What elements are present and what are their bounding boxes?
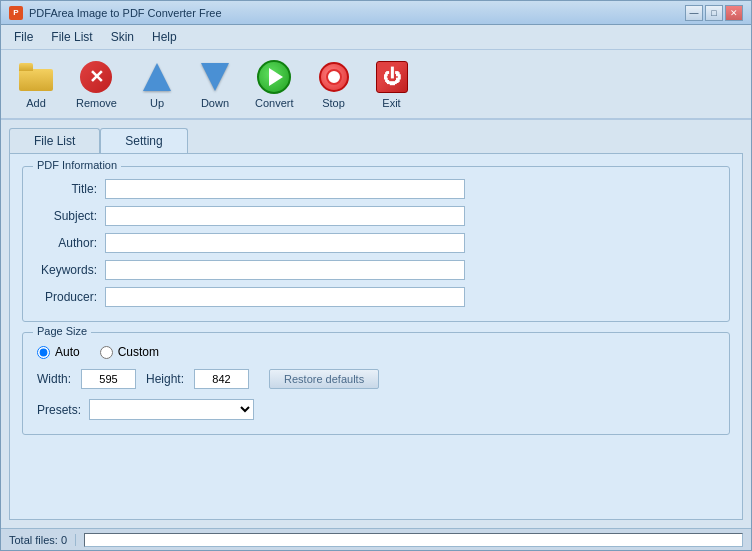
convert-button[interactable]: Convert — [246, 54, 303, 114]
down-arrow-icon — [201, 63, 229, 91]
main-area: File List Setting PDF Information Title:… — [1, 120, 751, 528]
stop-icon-area — [316, 59, 352, 95]
add-icon — [18, 59, 54, 95]
tabs: File List Setting — [9, 128, 743, 153]
producer-row: Producer: — [37, 287, 715, 307]
keywords-input[interactable] — [105, 260, 465, 280]
keywords-row: Keywords: — [37, 260, 715, 280]
menu-file-list[interactable]: File List — [42, 27, 101, 47]
up-icon-area — [139, 59, 175, 95]
menu-file[interactable]: File — [5, 27, 42, 47]
custom-radio[interactable] — [100, 346, 113, 359]
down-label: Down — [201, 97, 229, 109]
producer-label: Producer: — [37, 290, 105, 304]
width-label: Width: — [37, 372, 71, 386]
producer-input[interactable] — [105, 287, 465, 307]
stop-button[interactable]: Stop — [307, 54, 361, 114]
stop-label: Stop — [322, 97, 345, 109]
keywords-label: Keywords: — [37, 263, 105, 277]
auto-label: Auto — [55, 345, 80, 359]
custom-radio-option[interactable]: Custom — [100, 345, 159, 359]
author-row: Author: — [37, 233, 715, 253]
maximize-button[interactable]: □ — [705, 5, 723, 21]
tab-content-setting: PDF Information Title: Subject: Author: — [9, 153, 743, 520]
custom-label: Custom — [118, 345, 159, 359]
auto-radio-option[interactable]: Auto — [37, 345, 80, 359]
restore-defaults-button[interactable]: Restore defaults — [269, 369, 379, 389]
remove-label: Remove — [76, 97, 117, 109]
pdf-info-title: PDF Information — [33, 159, 121, 171]
height-input[interactable] — [194, 369, 249, 389]
subject-label: Subject: — [37, 209, 105, 223]
status-bar: Total files: 0 — [1, 528, 751, 550]
subject-input[interactable] — [105, 206, 465, 226]
title-label: Title: — [37, 182, 105, 196]
add-label: Add — [26, 97, 46, 109]
remove-button[interactable]: ✕ Remove — [67, 54, 126, 114]
power-icon: ⏻ — [376, 61, 408, 93]
convert-icon-area — [256, 59, 292, 95]
play-icon — [257, 60, 291, 94]
tab-setting[interactable]: Setting — [100, 128, 187, 153]
close-button[interactable]: ✕ — [725, 5, 743, 21]
exit-icon-area: ⏻ — [374, 59, 410, 95]
menu-help[interactable]: Help — [143, 27, 186, 47]
convert-label: Convert — [255, 97, 294, 109]
auto-radio[interactable] — [37, 346, 50, 359]
exit-button[interactable]: ⏻ Exit — [365, 54, 419, 114]
stop-icon — [319, 62, 349, 92]
up-arrow-icon — [143, 63, 171, 91]
presets-select[interactable] — [89, 399, 254, 420]
remove-icon-area: ✕ — [78, 59, 114, 95]
width-input[interactable] — [81, 369, 136, 389]
toolbar: Add ✕ Remove Up Down Convert — [1, 50, 751, 120]
presets-row: Presets: — [37, 399, 715, 420]
minimize-button[interactable]: — — [685, 5, 703, 21]
title-bar-left: P PDFArea Image to PDF Converter Free — [9, 6, 222, 20]
height-label: Height: — [146, 372, 184, 386]
exit-label: Exit — [382, 97, 400, 109]
tab-file-list[interactable]: File List — [9, 128, 100, 153]
title-row: Title: — [37, 179, 715, 199]
pdf-info-group: PDF Information Title: Subject: Author: — [22, 166, 730, 322]
title-bar: P PDFArea Image to PDF Converter Free — … — [1, 1, 751, 25]
down-icon-area — [197, 59, 233, 95]
up-label: Up — [150, 97, 164, 109]
setting-panel: PDF Information Title: Subject: Author: — [22, 166, 730, 435]
up-button[interactable]: Up — [130, 54, 184, 114]
app-icon: P — [9, 6, 23, 20]
x-icon: ✕ — [80, 61, 112, 93]
author-input[interactable] — [105, 233, 465, 253]
menu-skin[interactable]: Skin — [102, 27, 143, 47]
title-controls: — □ ✕ — [685, 5, 743, 21]
page-size-title: Page Size — [33, 325, 91, 337]
page-size-content: Auto Custom Width: Height: — [37, 345, 715, 420]
total-files-status: Total files: 0 — [9, 534, 76, 546]
menu-bar: File File List Skin Help — [1, 25, 751, 50]
page-size-group: Page Size Auto Custom — [22, 332, 730, 435]
author-label: Author: — [37, 236, 105, 250]
add-button[interactable]: Add — [9, 54, 63, 114]
folder-icon — [19, 63, 53, 91]
down-button[interactable]: Down — [188, 54, 242, 114]
main-window: P PDFArea Image to PDF Converter Free — … — [0, 0, 752, 551]
radio-row: Auto Custom — [37, 345, 715, 359]
subject-row: Subject: — [37, 206, 715, 226]
presets-label: Presets: — [37, 403, 81, 417]
progress-bar — [84, 533, 743, 547]
title-input[interactable] — [105, 179, 465, 199]
window-title: PDFArea Image to PDF Converter Free — [29, 7, 222, 19]
dimensions-row: Width: Height: Restore defaults — [37, 369, 715, 389]
